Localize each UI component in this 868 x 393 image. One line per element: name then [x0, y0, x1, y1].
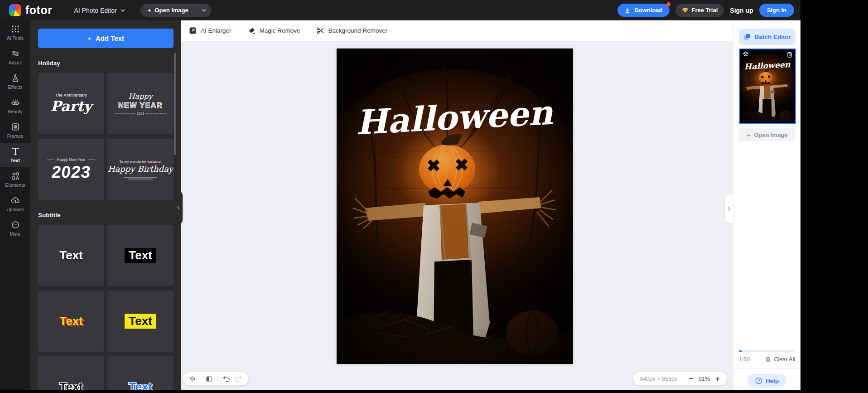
- app-window: fotor AI Photo Editor + Open Image Downl…: [0, 0, 800, 390]
- holiday-template-grid: The Anniversary Party Happy NEW YEAR 202…: [38, 73, 174, 200]
- template-text: NEW YEAR: [118, 102, 163, 110]
- fotor-logo[interactable]: fotor: [9, 4, 52, 17]
- open-image-dropdown[interactable]: [196, 4, 212, 17]
- template-fineprint: [124, 176, 157, 180]
- text-style-white-shadow[interactable]: Text: [38, 225, 104, 286]
- zoom-toolbar: 640px × 853px − 91% +: [633, 372, 727, 385]
- question-circle-icon: ?: [755, 377, 762, 384]
- rail-label: Elements: [5, 182, 25, 188]
- rail-label: Effects: [8, 84, 23, 90]
- rail-item-uploads[interactable]: Uploads: [0, 192, 30, 216]
- ai-enlarger-button[interactable]: AI Enlarger: [189, 27, 231, 34]
- tool-rail: AI Tools Adjust Effects Beauty Frames Te…: [0, 20, 30, 390]
- panel-scrollbar[interactable]: [174, 53, 176, 155]
- download-label: Download: [634, 7, 662, 14]
- compare-icon: [206, 375, 213, 383]
- template-text: Party: [50, 98, 92, 114]
- image-thumbnail-selected[interactable]: [739, 49, 796, 124]
- rail-label: More: [10, 231, 21, 237]
- batch-panel: Batch Editor + Open Image 1/50 Clear All: [733, 20, 800, 390]
- template-text: Happy New Year: [57, 157, 85, 162]
- workspace-selector[interactable]: AI Photo Editor: [74, 7, 125, 14]
- svg-text:?: ?: [757, 378, 760, 383]
- free-trial-label: Free Trial: [692, 7, 718, 14]
- help-button[interactable]: ? Help: [747, 374, 786, 388]
- rail-item-frames[interactable]: Frames: [0, 118, 30, 143]
- grid-dots-icon: [11, 24, 20, 34]
- subtitle-style-grid: Text Text Text Text Text Text: [38, 225, 174, 390]
- sign-in-button[interactable]: Sign in: [759, 4, 794, 17]
- sign-in-label: Sign in: [767, 7, 786, 14]
- delete-image-button[interactable]: [786, 51, 793, 58]
- zoom-level: 91%: [699, 376, 710, 382]
- rail-label: AI Tools: [7, 35, 24, 41]
- add-text-button[interactable]: + Add Text: [38, 29, 174, 48]
- clear-all-label: Clear All: [774, 356, 795, 363]
- cloud-upload-icon: [11, 196, 20, 205]
- text-style-black-on-yellow[interactable]: Text: [107, 291, 174, 352]
- rail-item-more[interactable]: More: [0, 216, 30, 241]
- text-style-dark-outline[interactable]: Text: [38, 356, 104, 390]
- download-button[interactable]: Download: [617, 4, 669, 17]
- brand-wordmark: fotor: [25, 4, 52, 17]
- canvas-image[interactable]: [337, 49, 573, 364]
- clear-all-button[interactable]: Clear All: [765, 356, 795, 363]
- editor-toolbar: AI Enlarger Magic Remove Background Remo…: [181, 20, 733, 41]
- undo-button[interactable]: [222, 375, 230, 382]
- enlarge-icon: [189, 27, 197, 34]
- usage-counter: 1/50: [739, 356, 750, 363]
- batch-copies-icon: [743, 33, 751, 41]
- tool-label: Magic Remove: [260, 27, 300, 34]
- zoom-out-button[interactable]: −: [689, 375, 693, 383]
- tool-label: Background Remover: [328, 27, 388, 34]
- rail-item-elements[interactable]: Elements: [0, 167, 30, 192]
- rail-item-text[interactable]: Text: [0, 143, 30, 167]
- template-anniversary-party[interactable]: The Anniversary Party: [38, 73, 104, 134]
- text-style-blue-outline[interactable]: Text: [107, 356, 174, 390]
- text-style-white-on-black[interactable]: Text: [107, 225, 174, 286]
- redo-button[interactable]: [235, 375, 242, 382]
- tool-label: AI Enlarger: [201, 27, 231, 34]
- open-image-label: Open Image: [754, 131, 787, 138]
- open-image-button[interactable]: + Open Image: [140, 4, 196, 17]
- rail-item-beauty[interactable]: Beauty: [0, 94, 30, 118]
- compare-button[interactable]: [206, 375, 213, 383]
- divider: [683, 376, 683, 382]
- free-trial-button[interactable]: Free Trial: [675, 4, 724, 17]
- style-sample-text: Text: [59, 315, 83, 328]
- open-image-secondary-button[interactable]: + Open Image: [739, 128, 796, 141]
- template-happy-new-year[interactable]: Happy NEW YEAR 2023: [107, 73, 174, 134]
- section-title-subtitle: Subtitle: [38, 212, 174, 218]
- magic-remove-button[interactable]: Magic Remove: [248, 27, 300, 34]
- redo-icon: [235, 375, 242, 382]
- thumbnail-image: [740, 49, 795, 123]
- template-happy-birthday[interactable]: To my wonderful husband, Happy Birthday: [107, 139, 174, 200]
- download-icon: [624, 7, 631, 14]
- template-2023[interactable]: Happy New Year 2023: [38, 139, 104, 200]
- sign-up-link[interactable]: Sign up: [730, 7, 753, 14]
- zoom-in-button[interactable]: +: [715, 375, 720, 383]
- rail-item-adjust[interactable]: Adjust: [0, 45, 30, 69]
- rail-label: Beauty: [8, 109, 23, 114]
- canvas-background: 640px × 853px − 91% +: [181, 41, 733, 390]
- canvas-size-label: 640px × 853px: [640, 376, 677, 382]
- right-panel-expand-handle[interactable]: [725, 195, 733, 223]
- batch-editor-button[interactable]: Batch Editor: [739, 29, 796, 45]
- history-toolbar: [183, 372, 248, 385]
- frame-icon: [11, 122, 20, 131]
- shapes-icon: [11, 171, 20, 180]
- history-button[interactable]: [189, 375, 196, 383]
- gem-icon: [682, 7, 689, 13]
- layers-badge-icon: [742, 51, 749, 58]
- rail-item-ai-tools[interactable]: AI Tools: [0, 20, 30, 45]
- style-sample-text: Text: [129, 380, 152, 390]
- divider: [733, 368, 800, 369]
- rail-item-effects[interactable]: Effects: [0, 69, 30, 94]
- eraser-icon: [248, 27, 256, 34]
- background-remover-button[interactable]: Background Remover: [317, 27, 388, 34]
- batch-editor-label: Batch Editor: [755, 34, 791, 40]
- sliders-icon: [11, 49, 20, 58]
- plus-icon: +: [87, 35, 92, 42]
- panel-collapse-handle[interactable]: [174, 191, 183, 224]
- text-style-yellow-shadow[interactable]: Text: [38, 291, 104, 352]
